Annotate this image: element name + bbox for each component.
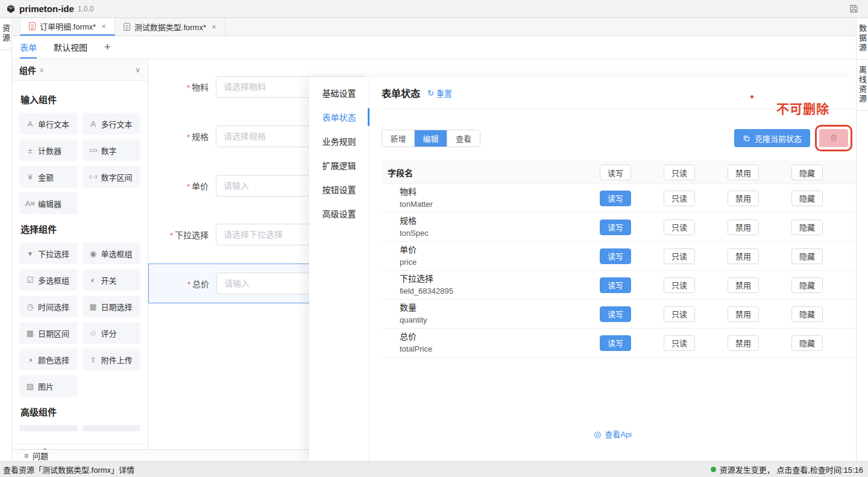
- component-item-editor[interactable]: A≡编辑器: [19, 192, 78, 214]
- state-readwrite-button[interactable]: 读写: [600, 248, 631, 264]
- state-disabled-button[interactable]: 禁用: [728, 335, 759, 351]
- field-code: field_68342895: [400, 286, 583, 297]
- component-item-date-range[interactable]: ▦日期区间: [19, 322, 78, 344]
- menu-icon: ≡: [40, 66, 43, 74]
- component-item-number[interactable]: 123数字: [83, 139, 141, 161]
- state-readwrite-button[interactable]: 读写: [600, 277, 631, 293]
- state-hidden-button[interactable]: 隐藏: [791, 306, 823, 322]
- section-title-advanced: 高级组件: [20, 405, 140, 418]
- component-item-label: 日期区间: [38, 327, 69, 339]
- component-item-color-picker[interactable]: ◑颜色选择: [19, 349, 78, 370]
- component-item-checkbox-group[interactable]: ☑多选框组: [19, 269, 78, 291]
- state-toolbar: 新增 编辑 查看 克隆当前状态: [382, 125, 856, 151]
- add-view-button[interactable]: +: [104, 36, 111, 58]
- checkbox-group-icon: ☑: [25, 276, 36, 285]
- component-item-label: 多行文本: [101, 118, 133, 130]
- state-readwrite-button[interactable]: 读写: [600, 220, 631, 235]
- component-item-clipped[interactable]: [83, 425, 141, 431]
- state-tab-edit[interactable]: 编辑: [415, 130, 447, 147]
- state-readonly-button[interactable]: 只读: [664, 306, 695, 322]
- component-item-multiline-text[interactable]: A多行文本: [83, 113, 141, 134]
- multiline-text-icon: A: [88, 119, 99, 128]
- app-version: 1.0.0: [78, 5, 94, 13]
- settings-menu-button-settings[interactable]: 按钮设置: [309, 177, 369, 201]
- view-api-label: 查看Api: [605, 428, 632, 440]
- component-item-clipped[interactable]: [19, 425, 78, 431]
- close-icon[interactable]: ×: [212, 22, 216, 31]
- state-readwrite-button[interactable]: 读写: [600, 335, 631, 351]
- state-hidden-button[interactable]: 隐藏: [791, 165, 823, 180]
- settings-menu-extension-logic[interactable]: 扩展逻辑: [309, 153, 369, 177]
- image-icon: ▨: [25, 382, 36, 391]
- settings-menu-advanced[interactable]: 高级设置: [309, 201, 369, 226]
- component-item-radio-group[interactable]: ◉单选框组: [83, 242, 141, 264]
- view-api-link[interactable]: ◎ 查看Api: [370, 428, 856, 440]
- component-item-date-picker[interactable]: ▦日期选择: [83, 295, 141, 317]
- chevron-down-icon[interactable]: ∨: [135, 66, 140, 74]
- settings-menu-form-state[interactable]: 表单状态: [309, 105, 369, 129]
- clone-state-button[interactable]: 克隆当前状态: [734, 129, 810, 147]
- component-item-switch[interactable]: ◐开关: [83, 269, 141, 291]
- component-item-single-line-text[interactable]: A单行文本: [19, 113, 78, 134]
- state-readonly-button[interactable]: 只读: [664, 191, 695, 206]
- component-item-image[interactable]: ▨图片: [19, 375, 78, 397]
- component-item-currency[interactable]: ¥金额: [19, 166, 78, 188]
- component-item-counter[interactable]: ±计数器: [19, 139, 78, 161]
- state-readonly-button[interactable]: 只读: [664, 165, 695, 180]
- component-item-label: 计数器: [38, 145, 61, 156]
- state-tab-add[interactable]: 新增: [382, 130, 415, 147]
- save-icon[interactable]: [849, 4, 858, 13]
- state-disabled-button[interactable]: 禁用: [728, 277, 759, 293]
- state-readonly-button[interactable]: 只读: [664, 277, 695, 293]
- table-row: 物料tonMatter 读写 只读 禁用 隐藏: [382, 184, 856, 213]
- component-list: 输入组件 A单行文本 A多行文本 ±计数器 123数字 ¥金额 1~3数字区间 …: [12, 81, 148, 443]
- close-icon[interactable]: ×: [101, 22, 106, 31]
- resources-rail-tab[interactable]: 资源: [0, 18, 11, 50]
- state-hidden-button[interactable]: 隐藏: [791, 191, 823, 206]
- settings-menu-business-rules[interactable]: 业务规则: [309, 129, 369, 153]
- component-item-label: 评分: [101, 327, 117, 339]
- offline-resources-rail-tab[interactable]: 离线资源: [857, 60, 868, 111]
- datasource-rail-tab[interactable]: 数据源: [857, 18, 868, 60]
- state-readwrite-button[interactable]: 读写: [600, 191, 631, 206]
- tab-form[interactable]: 表单: [20, 36, 37, 58]
- state-readwrite-button[interactable]: 读写: [600, 165, 631, 180]
- problems-bar[interactable]: ≡ 问题: [12, 449, 309, 461]
- component-item-number-range[interactable]: 1~3数字区间: [83, 166, 141, 188]
- component-item-label: 金额: [38, 171, 54, 183]
- state-disabled-button[interactable]: 禁用: [728, 248, 759, 264]
- color-picker-icon: ◑: [25, 355, 36, 364]
- reset-button[interactable]: ↻ 重置: [427, 87, 452, 99]
- state-hidden-button[interactable]: 隐藏: [791, 335, 823, 351]
- state-tab-view[interactable]: 查看: [447, 130, 480, 147]
- state-hidden-button[interactable]: 隐藏: [791, 248, 823, 264]
- component-item-time-picker[interactable]: ◷时间选择: [19, 295, 78, 317]
- state-readonly-button[interactable]: 只读: [664, 335, 695, 351]
- state-disabled-button[interactable]: 禁用: [728, 165, 759, 180]
- component-item-label: 图片: [38, 381, 54, 392]
- status-left-text: 查看资源「测试数据类型.formx」详情: [3, 464, 134, 475]
- tab-default-view[interactable]: 默认视图: [54, 36, 87, 58]
- status-right[interactable]: 资源发生变更， 点击查看,检查时间:15:16: [711, 464, 863, 475]
- settings-menu-basic[interactable]: 基础设置: [309, 81, 369, 105]
- state-hidden-button[interactable]: 隐藏: [791, 220, 823, 235]
- component-item-label: 数字区间: [101, 171, 133, 183]
- delete-state-button[interactable]: [819, 129, 848, 147]
- upload-icon: ⇧: [88, 355, 99, 364]
- state-tab-group: 新增 编辑 查看: [382, 130, 480, 147]
- tab-test-datatypes[interactable]: 测试数据类型.formx* ×: [115, 18, 225, 36]
- state-disabled-button[interactable]: 禁用: [728, 191, 759, 206]
- state-readonly-button[interactable]: 只读: [664, 220, 695, 235]
- state-readonly-button[interactable]: 只读: [664, 248, 695, 264]
- component-item-dropdown[interactable]: ▾下拉选择: [19, 242, 78, 264]
- component-item-upload[interactable]: ⇧附件上传: [83, 349, 141, 370]
- radio-group-icon: ◉: [88, 249, 99, 258]
- state-hidden-button[interactable]: 隐藏: [791, 277, 823, 293]
- state-disabled-button[interactable]: 禁用: [728, 306, 759, 322]
- app-window: primeton-ide 1.0.0 资源 数据源 离线资源 订单明细.form…: [0, 0, 868, 477]
- component-item-rating[interactable]: ☆评分: [83, 322, 141, 344]
- state-readwrite-button[interactable]: 读写: [600, 306, 631, 322]
- status-right-text: 资源发生变更， 点击查看,检查时间:15:16: [720, 464, 863, 475]
- state-disabled-button[interactable]: 禁用: [728, 220, 759, 235]
- tab-order-detail[interactable]: 订单明细.formx* ×: [20, 18, 115, 36]
